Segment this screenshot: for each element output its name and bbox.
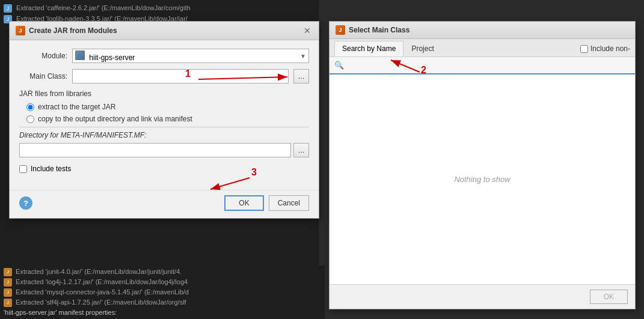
radio-extract[interactable] [26,103,34,111]
bottom-log-line-1: J Extracted 'junit-4.0.jar/' (E:/mavenLi… [4,267,321,277]
include-non-checkbox[interactable] [580,45,588,53]
tabs-bar: Search by Name Project [334,39,442,56]
bottom-log-line-5: 'hiit-gps-server.jar' manifest propertie… [4,308,321,318]
main-class-dialog-footer: OK [330,284,635,309]
radio-extract-row: extract to the target JAR [26,103,309,111]
tab-search-by-name[interactable]: Search by Name [334,41,403,56]
jar-icon-b1: J [4,268,12,276]
bottom-log: J Extracted 'junit-4.0.jar/' (E:/mavenLi… [0,266,325,319]
search-bar: 🔍 [330,57,635,74]
jar-dialog-title-bar: J Create JAR from Modules ✕ [10,22,319,40]
bottom-log-line-3: J Extracted 'mysql-connector-java-5.1.45… [4,287,321,297]
module-icon [75,50,85,60]
search-icon: 🔍 [334,61,344,70]
ok-button[interactable]: OK [224,195,263,211]
dir-input[interactable] [19,143,291,157]
dir-label: Directory for META-INF/MANIFEST.MF: [19,131,309,139]
module-dropdown-arrow: ▼ [300,53,306,59]
radio-extract-label: extract to the target JAR [38,103,115,111]
include-tests-checkbox[interactable] [19,165,27,173]
include-non-label: Include non- [590,44,630,53]
search-input[interactable] [349,61,630,70]
cancel-button[interactable]: Cancel [269,195,309,211]
main-class-input[interactable] [72,69,289,84]
module-value: hiit-gps-server [89,53,135,62]
main-class-row: Main Class: … [19,69,309,84]
module-label: Module: [19,52,67,60]
module-select[interactable]: hiit-gps-server ▼ [72,49,309,63]
include-tests-row: Include tests [19,165,309,173]
main-class-label: Main Class: [19,72,67,81]
jar-dialog-title-left: J Create JAR from Modules [16,26,117,35]
main-class-title-bar: J Select Main Class [330,22,635,39]
tabs-and-include: Search by Name Project Include non- [330,39,635,57]
jar-icon-b2: J [4,278,12,287]
main-class-browse-button[interactable]: … [293,69,309,84]
jar-dialog-footer: ? OK Cancel [10,190,319,218]
bottom-log-line-4: J Extracted 'slf4j-api-1.7.25.jar/' (E:/… [4,297,321,308]
radio-copy[interactable] [26,115,34,123]
help-button[interactable]: ? [19,196,32,210]
jar-dialog-icon: J [16,26,25,35]
include-non-row: Include non- [580,44,630,56]
jar-icon-1: J [4,4,12,13]
jar-dialog-title: Create JAR from Modules [29,26,117,35]
bottom-log-line-2: J Extracted 'log4j-1.2.17.jar/' (E:/mave… [4,277,321,287]
jar-dialog-close-button[interactable]: ✕ [302,25,313,36]
results-area: Nothing to show [330,74,635,284]
log-line-1: J Extracted 'caffeine-2.6.2.jar/' (E:/ma… [4,2,315,13]
jar-section-title: JAR files from libraries [19,90,309,98]
main-class-dialog-title: Select Main Class [349,26,409,34]
footer-buttons: OK Cancel [224,195,309,211]
main-class-ok-button[interactable]: OK [590,290,628,304]
dir-row: … [19,143,309,157]
nothing-to-show: Nothing to show [454,175,510,184]
module-row: Module: hiit-gps-server ▼ [19,49,309,63]
separator [19,127,309,127]
include-tests-label: Include tests [31,165,71,173]
main-class-dialog-icon: J [336,25,345,35]
jar-icon-b3: J [4,288,12,297]
jar-dialog-body: Module: hiit-gps-server ▼ Main Class: … … [10,40,319,190]
main-class-title-left: J Select Main Class [336,25,409,35]
dir-browse-button[interactable]: … [293,143,309,157]
radio-copy-row: copy to the output directory and link vi… [26,115,309,123]
create-jar-dialog: J Create JAR from Modules ✕ Module: hiit… [9,21,319,219]
radio-copy-label: copy to the output directory and link vi… [38,115,192,123]
jar-icon-b4: J [4,299,12,307]
select-main-class-dialog: J Select Main Class Search by Name Proje… [329,21,636,309]
radio-group: extract to the target JAR copy to the ou… [19,103,309,123]
tab-project[interactable]: Project [403,41,441,56]
